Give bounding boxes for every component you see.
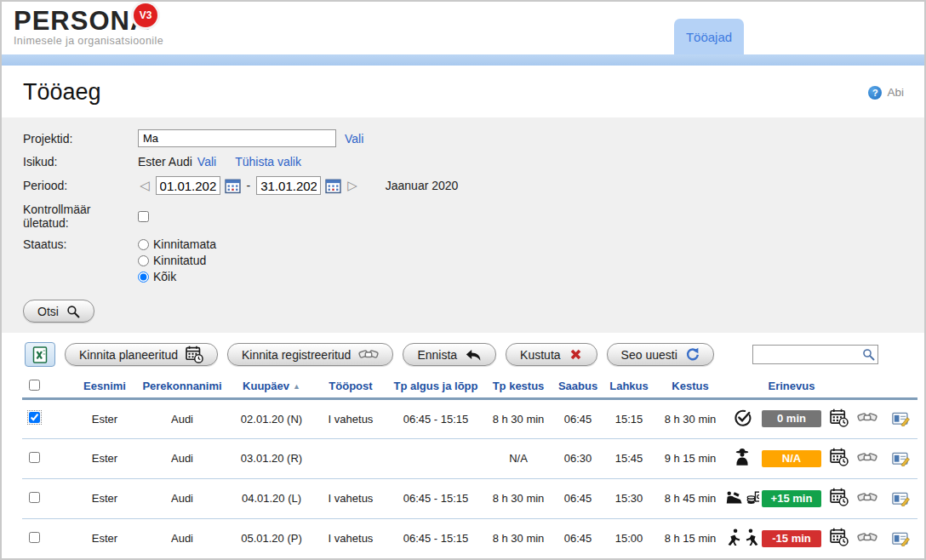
cell-eesnimi: Ester <box>75 478 134 518</box>
row-checkbox[interactable] <box>29 532 40 543</box>
staatus-label: Staatus: <box>23 237 138 251</box>
help-link[interactable]: ? Abi <box>868 86 904 100</box>
search-icon <box>862 348 875 361</box>
otsi-button[interactable]: Otsi <box>23 300 94 323</box>
kinnitatud-label: Kinnitatud <box>153 254 206 267</box>
cell-lahkus: 15:00 <box>603 518 655 558</box>
cell-kestus: 8 h 15 min <box>655 518 725 558</box>
prev-period-arrow[interactable]: ◁ <box>138 178 151 193</box>
period-from-input[interactable] <box>156 176 220 195</box>
search-icon <box>66 305 80 318</box>
confirm-planned-icon[interactable] <box>830 409 849 427</box>
confirm-planned-icon[interactable] <box>830 528 849 546</box>
period-from-calendar-button[interactable] <box>225 178 241 194</box>
excel-export-button[interactable] <box>25 342 55 367</box>
cell-kestus: 8 h 30 min <box>655 398 725 438</box>
isikud-label: Isikud: <box>23 155 138 169</box>
col-kuupaev[interactable]: Kuupäev <box>243 380 289 392</box>
kustuta-button[interactable]: Kustuta <box>506 343 597 366</box>
projektid-input[interactable] <box>138 129 336 147</box>
table-row: Ester Audi 04.01.20 (L) I vahetus 06:45 … <box>22 478 917 518</box>
period-to-input[interactable] <box>256 176 321 195</box>
table-row: Ester Audi 03.01.20 (R) N/A 06:30 15:45 … <box>22 438 917 478</box>
cell-saabus: 06:45 <box>553 398 603 438</box>
row-checkbox[interactable] <box>29 492 40 503</box>
cell-eesnimi: Ester <box>75 518 134 558</box>
seo-uuesti-button[interactable]: Seo uuesti <box>607 343 714 366</box>
kinnita-registreeritud-button[interactable]: Kinnita registreeritud <box>227 343 393 366</box>
calendar-clock-icon <box>186 346 203 363</box>
confirm-planned-icon[interactable] <box>830 448 849 466</box>
filter-row-isikud: Isikud: Ester Audi Vali Tühista valik <box>23 155 924 169</box>
cell-tp-kestus: 8 h 30 min <box>483 478 553 518</box>
row-checkbox[interactable] <box>29 452 40 463</box>
filter-row-periood: Periood: ◁ - ▷ Jaanuar 2020 <box>23 176 924 195</box>
confirm-registered-icon[interactable] <box>857 449 877 466</box>
unscheduled-person-icon <box>733 448 752 466</box>
edit-record-icon[interactable] <box>892 451 910 466</box>
page-title: Tööaeg <box>23 79 101 106</box>
row-checkbox[interactable] <box>29 412 40 423</box>
cell-tp-kestus: N/A <box>483 438 553 478</box>
overtime-pay-icon <box>746 489 759 505</box>
edit-record-icon[interactable] <box>892 531 910 546</box>
col-perekonnanimi[interactable]: Perekonnanimi <box>142 380 221 392</box>
edit-record-icon[interactable] <box>892 411 910 426</box>
cell-tp-algus-ja-lopp: 06:45 - 15:15 <box>388 398 483 438</box>
ennista-label: Ennista <box>417 348 457 362</box>
confirm-registered-icon[interactable] <box>857 489 877 506</box>
worktime-table: Eesnimi Perekonnanimi Kuupäev▲ Tööpost T… <box>22 375 917 559</box>
period-controls: ◁ - ▷ Jaanuar 2020 <box>138 176 458 195</box>
cell-toopost <box>313 438 388 478</box>
kontrollmaar-checkbox[interactable] <box>138 211 149 222</box>
col-tp-algus-ja-lopp[interactable]: Tp algus ja lõpp <box>394 380 478 392</box>
confirm-registered-icon[interactable] <box>857 529 877 546</box>
col-kestus[interactable]: Kestus <box>672 380 708 392</box>
brand-logo: PERSONA V3 Inimesele ja organisatsioonil… <box>14 8 163 47</box>
confirm-registered-icon[interactable] <box>857 409 877 426</box>
cell-lahkus: 15:15 <box>603 398 655 438</box>
isikud-clear-link[interactable]: Tühista valik <box>235 155 301 169</box>
col-erinevus[interactable]: Erinevus <box>769 380 815 392</box>
staatus-option-kinnitamata[interactable]: Kinnitamata <box>138 237 216 251</box>
seo-uuesti-label: Seo uuesti <box>621 348 677 362</box>
projektid-label: Projektid: <box>23 132 138 146</box>
cell-kuupaev: 04.01.20 (L) <box>230 478 313 518</box>
cell-tp-algus-ja-lopp: 06:45 - 15:15 <box>388 518 483 558</box>
cell-saabus: 06:30 <box>553 438 603 478</box>
koik-label: Kõik <box>153 270 176 283</box>
ennista-button[interactable]: Ennista <box>403 343 496 366</box>
next-period-arrow[interactable]: ▷ <box>346 178 359 193</box>
period-month-label: Jaanuar 2020 <box>386 179 459 192</box>
isikud-vali-link[interactable]: Vali <box>197 155 216 169</box>
kinnitamata-radio[interactable] <box>138 239 149 250</box>
excel-icon <box>31 346 49 363</box>
table-search-input[interactable] <box>752 345 878 364</box>
kinnitatud-radio[interactable] <box>138 255 149 266</box>
tab-tooajad[interactable]: Tööajad <box>674 19 744 54</box>
staatus-option-kinnitatud[interactable]: Kinnitatud <box>138 254 216 267</box>
col-lahkus[interactable]: Lahkus <box>609 380 649 392</box>
brand-tagline: Inimesele ja organisatsioonile <box>14 35 163 47</box>
kustuta-label: Kustuta <box>520 348 560 362</box>
col-eesnimi[interactable]: Eesnimi <box>83 380 126 392</box>
col-saabus[interactable]: Saabus <box>558 380 597 392</box>
staatus-option-koik[interactable]: Kõik <box>138 270 216 283</box>
edit-record-icon[interactable] <box>892 491 910 506</box>
koik-radio[interactable] <box>138 271 149 283</box>
col-tp-kestus[interactable]: Tp kestus <box>493 380 545 392</box>
kontrollmaar-label: Kontrollmäär ületatud: <box>23 203 138 230</box>
confirm-planned-icon[interactable] <box>830 488 849 506</box>
col-toopost[interactable]: Tööpost <box>329 380 372 392</box>
cell-eesnimi: Ester <box>75 398 134 438</box>
refresh-icon <box>685 347 700 362</box>
period-to-calendar-button[interactable] <box>325 178 341 194</box>
otsi-label: Otsi <box>37 305 59 318</box>
cell-tp-kestus: 8 h 30 min <box>483 518 553 558</box>
cell-eesnimi: Ester <box>75 438 134 478</box>
select-all-checkbox[interactable] <box>29 380 40 391</box>
cell-perekonnanimi: Audi <box>134 518 230 558</box>
cell-toopost: I vahetus <box>313 518 388 558</box>
projektid-vali-link[interactable]: Vali <box>345 132 363 146</box>
kinnita-planeeritud-button[interactable]: Kinnita planeeritud <box>65 343 218 366</box>
